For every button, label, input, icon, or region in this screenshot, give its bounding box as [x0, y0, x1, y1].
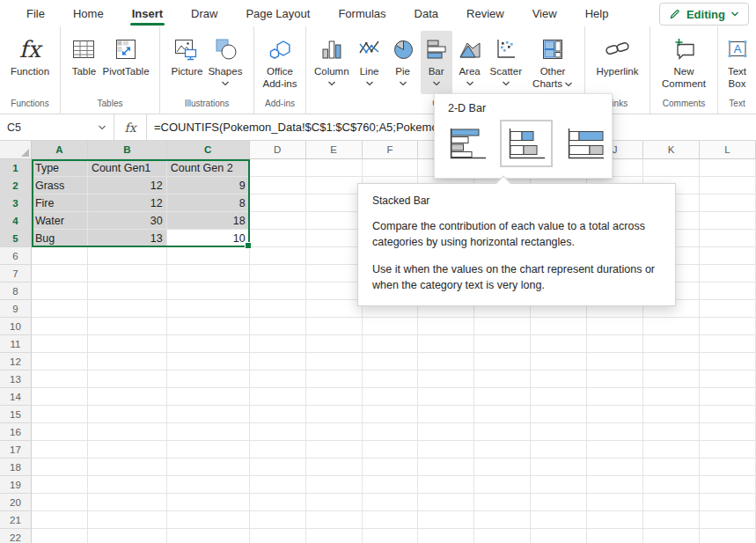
cell-L5[interactable] [700, 230, 756, 247]
cell-B9[interactable] [88, 300, 167, 318]
cell-E21[interactable] [306, 511, 363, 529]
row-header-10[interactable]: 10 [0, 318, 32, 335]
bar-chart-button[interactable]: Bar [421, 31, 452, 94]
cell-I19[interactable] [531, 476, 587, 494]
cell-G17[interactable] [418, 441, 474, 459]
cell-B17[interactable] [88, 441, 167, 459]
shapes-button[interactable]: Shapes [205, 31, 245, 94]
hyperlink-button[interactable]: Hyperlink [594, 31, 642, 94]
cell-E11[interactable] [306, 335, 363, 353]
cell-L6[interactable] [700, 247, 756, 265]
cell-F18[interactable] [363, 459, 419, 476]
cell-I12[interactable] [531, 353, 587, 371]
cell-B1[interactable]: Count Gen1 [88, 159, 167, 177]
column-header-E[interactable]: E [306, 141, 363, 159]
cell-B3[interactable]: 12 [88, 194, 167, 212]
menu-tab-view[interactable]: View [518, 2, 571, 25]
cell-H10[interactable] [474, 318, 531, 335]
cell-L18[interactable] [700, 459, 756, 476]
row-header-19[interactable]: 19 [0, 476, 32, 494]
cell-K10[interactable] [643, 318, 700, 335]
cell-C20[interactable] [167, 494, 250, 511]
row-header-18[interactable]: 18 [0, 459, 32, 476]
cell-D15[interactable] [250, 406, 306, 423]
cell-C1[interactable]: Count Gen 2 [167, 159, 250, 177]
cell-I22[interactable] [531, 529, 587, 543]
cell-F11[interactable] [363, 335, 419, 353]
cell-E9[interactable] [306, 300, 363, 318]
row-header-16[interactable]: 16 [0, 423, 32, 441]
cell-A11[interactable] [32, 335, 88, 353]
cell-L7[interactable] [700, 265, 756, 283]
cell-H19[interactable] [474, 476, 531, 494]
cell-A3[interactable]: Fire [32, 194, 88, 212]
cell-A18[interactable] [32, 459, 88, 476]
cell-L2[interactable] [700, 177, 756, 194]
other-charts-button[interactable]: Other Charts [526, 31, 579, 94]
cell-G11[interactable] [418, 335, 474, 353]
row-header-3[interactable]: 3 [0, 194, 32, 212]
name-box-chevron-icon[interactable] [98, 125, 106, 130]
row-header-13[interactable]: 13 [0, 371, 32, 388]
cell-A13[interactable] [32, 371, 88, 388]
cell-K22[interactable] [643, 529, 700, 543]
cell-I13[interactable] [531, 371, 587, 388]
cell-H16[interactable] [474, 423, 531, 441]
cell-L22[interactable] [700, 529, 756, 543]
cell-G20[interactable] [418, 494, 474, 511]
cell-G12[interactable] [418, 353, 474, 371]
cell-E4[interactable] [306, 212, 363, 230]
cell-B2[interactable]: 12 [88, 177, 167, 194]
menu-tab-insert[interactable]: Insert [118, 2, 177, 25]
cell-L11[interactable] [700, 335, 756, 353]
cell-C4[interactable]: 18 [167, 212, 250, 230]
column-chart-chevron[interactable] [327, 78, 336, 92]
row-header-15[interactable]: 15 [0, 406, 32, 423]
column-header-L[interactable]: L [700, 141, 756, 159]
cell-C2[interactable]: 9 [167, 177, 250, 194]
cell-E14[interactable] [306, 388, 363, 406]
cell-F19[interactable] [363, 476, 419, 494]
cell-B22[interactable] [88, 529, 167, 543]
cell-C11[interactable] [167, 335, 250, 353]
column-header-F[interactable]: F [363, 141, 419, 159]
cell-D17[interactable] [250, 441, 306, 459]
cell-K12[interactable] [643, 353, 700, 371]
cell-L21[interactable] [700, 511, 756, 529]
cell-C18[interactable] [167, 459, 250, 476]
bar-chart-chevron[interactable] [432, 78, 441, 92]
clustered-bar-option[interactable] [441, 120, 494, 167]
cell-J10[interactable] [587, 318, 643, 335]
cell-A9[interactable] [32, 300, 88, 318]
cell-K18[interactable] [643, 459, 700, 476]
cell-E1[interactable] [306, 159, 363, 177]
cell-H18[interactable] [474, 459, 531, 476]
cell-C5[interactable]: 10 [167, 230, 250, 247]
cell-A12[interactable] [32, 353, 88, 371]
cell-H15[interactable] [474, 406, 531, 423]
cell-H11[interactable] [474, 335, 531, 353]
cell-L10[interactable] [700, 318, 756, 335]
cell-E20[interactable] [306, 494, 363, 511]
scatter-chart-chevron[interactable] [502, 78, 510, 92]
row-header-12[interactable]: 12 [0, 353, 32, 371]
editing-mode-button[interactable]: Editing [659, 3, 749, 26]
cell-B19[interactable] [88, 476, 167, 494]
cell-B4[interactable]: 30 [88, 212, 167, 230]
cell-K19[interactable] [643, 476, 700, 494]
cell-L14[interactable] [700, 388, 756, 406]
cell-K11[interactable] [643, 335, 700, 353]
area-chart-button[interactable]: Area [454, 31, 486, 94]
cell-E15[interactable] [306, 406, 363, 423]
row-header-8[interactable]: 8 [0, 283, 32, 300]
cell-B16[interactable] [88, 423, 167, 441]
cell-D10[interactable] [250, 318, 306, 335]
cell-K15[interactable] [643, 406, 700, 423]
row-header-9[interactable]: 9 [0, 300, 32, 318]
cell-B7[interactable] [88, 265, 167, 283]
cell-I10[interactable] [531, 318, 587, 335]
other-charts-chevron[interactable] [564, 82, 573, 87]
cell-B10[interactable] [88, 318, 167, 335]
cell-D16[interactable] [250, 423, 306, 441]
cell-A17[interactable] [32, 441, 88, 459]
